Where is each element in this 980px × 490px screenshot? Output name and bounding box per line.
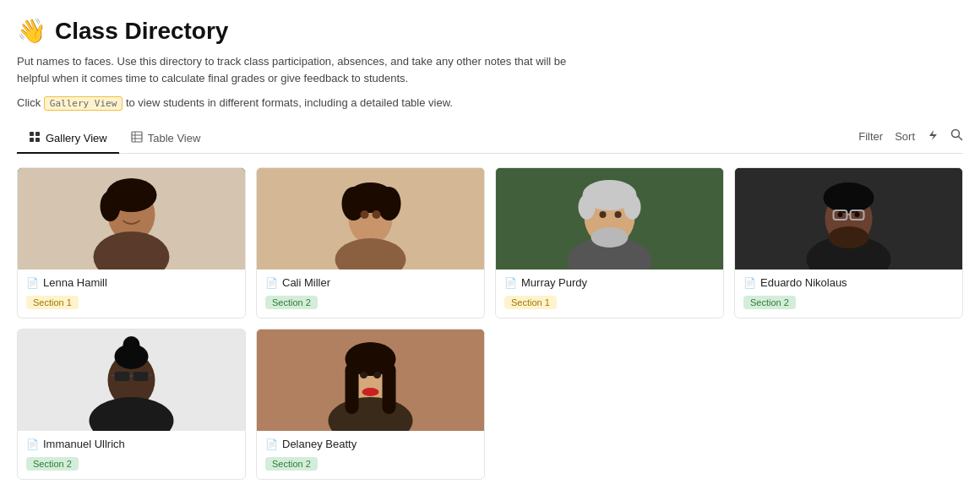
inline-note-prefix: Click xyxy=(17,96,44,109)
student-name-2: 📄 Cali Miller xyxy=(265,276,476,289)
tab-table[interactable]: Table View xyxy=(119,124,213,154)
inline-note-suffix: to view students in different formats, i… xyxy=(122,96,453,109)
svg-rect-49 xyxy=(133,372,149,381)
svg-rect-58 xyxy=(383,363,396,414)
tab-gallery-label: Gallery View xyxy=(46,132,107,144)
svg-point-22 xyxy=(373,210,381,219)
svg-point-20 xyxy=(378,187,401,220)
student-photo-1 xyxy=(18,168,245,270)
student-section-4: Section 2 xyxy=(743,296,796,309)
student-section-5: Section 2 xyxy=(26,457,79,471)
svg-point-60 xyxy=(360,372,368,378)
student-name-5: 📄 Immanuel Ullrich xyxy=(26,438,237,450)
svg-line-51 xyxy=(112,375,115,376)
toolbar-right: Filter Sort xyxy=(858,128,963,149)
student-name-3: 📄 Murray Purdy xyxy=(504,276,715,289)
grid-icon xyxy=(29,131,41,145)
student-section-3: Section 1 xyxy=(504,296,557,309)
inline-note: Click Gallery View to view students in d… xyxy=(17,96,963,111)
student-section-2: Section 2 xyxy=(265,296,318,309)
student-name-4: 📄 Eduardo Nikolaus xyxy=(743,276,954,289)
student-card-4[interactable]: 📄 Eduardo Nikolaus Section 2 xyxy=(734,167,963,318)
svg-point-36 xyxy=(824,182,874,213)
svg-point-37 xyxy=(829,226,869,248)
student-card-1[interactable]: 📄 Lenna Hamill Section 1 xyxy=(17,167,246,318)
student-card-body-1: 📄 Lenna Hamill Section 1 xyxy=(18,270,245,318)
bolt-icon[interactable] xyxy=(927,129,939,144)
svg-point-29 xyxy=(624,194,641,220)
sort-button[interactable]: Sort xyxy=(895,130,915,143)
svg-point-21 xyxy=(361,210,369,219)
student-section-1: Section 1 xyxy=(26,296,79,309)
student-card-body-3: 📄 Murray Purdy Section 1 xyxy=(496,270,723,318)
svg-rect-48 xyxy=(115,372,130,381)
doc-icon-4: 📄 xyxy=(743,277,756,289)
gallery-view-badge: Gallery View xyxy=(44,96,122,111)
student-card-body-5: 📄 Immanuel Ullrich Section 2 xyxy=(18,431,245,479)
student-card-body-6: 📄 Delaney Beatty Section 2 xyxy=(257,431,484,479)
svg-point-42 xyxy=(855,212,860,217)
svg-point-30 xyxy=(591,227,629,248)
svg-rect-4 xyxy=(132,132,142,142)
tabs-bar: Gallery View Table View Filter Sort xyxy=(17,124,963,154)
svg-point-59 xyxy=(362,388,379,396)
doc-icon-3: 📄 xyxy=(504,277,517,289)
student-card-3[interactable]: 📄 Murray Purdy Section 1 xyxy=(495,167,724,318)
student-photo-6 xyxy=(257,329,484,431)
svg-rect-2 xyxy=(30,138,34,142)
student-card-6[interactable]: 📄 Delaney Beatty Section 2 xyxy=(256,329,485,480)
svg-point-31 xyxy=(600,211,607,218)
student-name-1: 📄 Lenna Hamill xyxy=(26,276,237,289)
filter-button[interactable]: Filter xyxy=(858,130,883,143)
svg-rect-57 xyxy=(346,363,359,414)
table-icon xyxy=(131,131,143,145)
search-icon[interactable] xyxy=(950,128,963,144)
tab-table-label: Table View xyxy=(148,132,201,144)
student-card-body-2: 📄 Cali Miller Section 2 xyxy=(257,270,484,318)
svg-point-41 xyxy=(838,212,843,217)
svg-point-32 xyxy=(615,211,622,218)
svg-rect-1 xyxy=(35,132,40,136)
doc-icon-1: 📄 xyxy=(26,277,39,289)
student-photo-5 xyxy=(18,329,245,431)
student-card-2[interactable]: 📄 Cali Miller Section 2 xyxy=(256,167,485,318)
student-card-5[interactable]: 📄 Immanuel Ullrich Section 2 xyxy=(17,329,246,480)
svg-rect-0 xyxy=(30,132,34,136)
doc-icon-5: 📄 xyxy=(26,438,39,450)
svg-point-61 xyxy=(373,372,381,378)
student-card-body-4: 📄 Eduardo Nikolaus Section 2 xyxy=(735,270,962,318)
tab-gallery[interactable]: Gallery View xyxy=(17,124,119,154)
student-section-6: Section 2 xyxy=(265,457,318,471)
student-photo-3 xyxy=(496,168,723,270)
doc-icon-2: 📄 xyxy=(265,277,278,289)
svg-point-14 xyxy=(101,191,121,221)
student-photo-2 xyxy=(257,168,484,270)
svg-rect-3 xyxy=(35,138,40,142)
gallery-grid: 📄 Lenna Hamill Section 1 xyxy=(17,167,963,480)
page-description: Put names to faces. Use this directory t… xyxy=(17,53,591,86)
wave-emoji: 👋 xyxy=(17,17,46,45)
svg-line-9 xyxy=(959,137,962,140)
doc-icon-6: 📄 xyxy=(265,438,278,450)
student-name-6: 📄 Delaney Beatty xyxy=(265,438,476,450)
svg-point-47 xyxy=(123,336,140,353)
svg-line-52 xyxy=(149,375,152,376)
student-photo-4 xyxy=(735,168,962,270)
page-title: Class Directory xyxy=(55,18,228,45)
svg-point-28 xyxy=(579,194,596,220)
